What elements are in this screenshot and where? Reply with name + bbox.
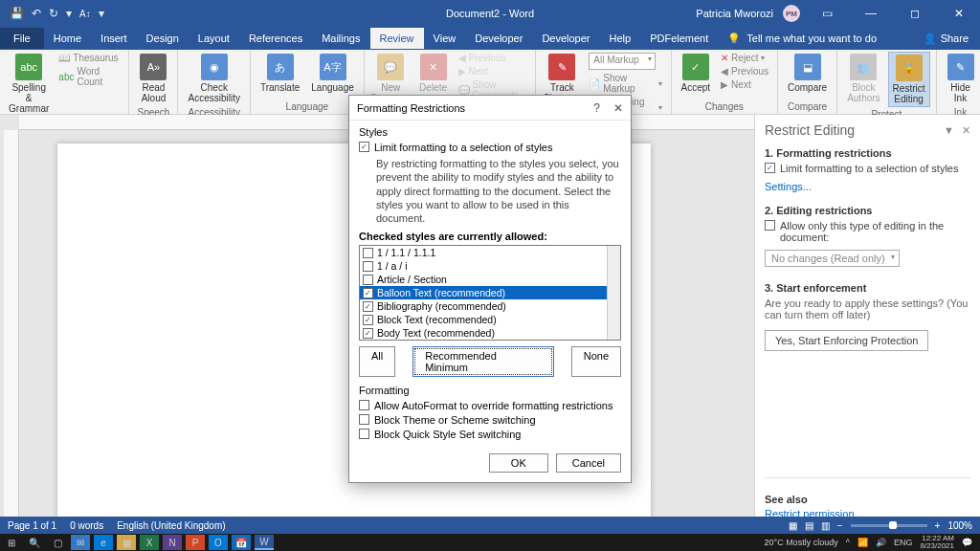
- taskbar-app[interactable]: O: [209, 535, 228, 550]
- zoom-level[interactable]: 100%: [947, 520, 972, 531]
- wordcount-button[interactable]: abcWord Count: [56, 65, 122, 88]
- redo-icon[interactable]: ↻: [49, 7, 58, 20]
- pane-close-icon[interactable]: ✕: [962, 124, 970, 137]
- tray-chevron-icon[interactable]: ^: [846, 538, 850, 547]
- maximize-icon[interactable]: ◻: [898, 0, 932, 27]
- prev-change-button[interactable]: ◀Previous: [718, 65, 771, 77]
- tray-volume-icon[interactable]: 🔊: [876, 538, 886, 547]
- style-list-item[interactable]: Body Text 2 (recommended): [360, 340, 620, 341]
- tab-developer-2[interactable]: Developer: [532, 28, 599, 49]
- taskbar-clock[interactable]: 12:22 AM8/23/2021: [920, 535, 954, 550]
- reject-button[interactable]: ✕Reject▾: [718, 52, 771, 64]
- tell-me[interactable]: 💡 Tell me what you want to do: [718, 33, 886, 45]
- tab-developer[interactable]: Developer: [465, 28, 532, 49]
- taskbar-app[interactable]: ✉: [71, 535, 90, 550]
- thesaurus-button[interactable]: 📖Thesaurus: [56, 52, 122, 64]
- minimize-icon[interactable]: —: [854, 0, 888, 27]
- page-indicator[interactable]: Page 1 of 1: [8, 520, 56, 531]
- tab-insert[interactable]: Insert: [91, 28, 137, 49]
- zoom-in-icon[interactable]: +: [935, 520, 941, 531]
- block-authors-button[interactable]: 👥Block Authors: [843, 52, 883, 105]
- web-layout-icon[interactable]: ▥: [821, 520, 830, 531]
- listbox-scrollbar[interactable]: [607, 246, 620, 340]
- tab-layout[interactable]: Layout: [189, 28, 239, 49]
- style-list-item[interactable]: Balloon Text (recommended): [360, 286, 620, 299]
- settings-link[interactable]: Settings...: [765, 181, 812, 192]
- qat-dropdown-icon[interactable]: ▾: [99, 7, 104, 20]
- ok-button[interactable]: OK: [489, 453, 548, 473]
- word-count[interactable]: 0 words: [70, 520, 103, 531]
- language-button[interactable]: A字Language: [307, 52, 358, 95]
- style-list-item[interactable]: Bibliography (recommended): [360, 299, 620, 313]
- none-button[interactable]: None: [571, 346, 621, 377]
- qat-more-icon[interactable]: ▾: [66, 7, 72, 20]
- tab-references[interactable]: References: [239, 28, 312, 49]
- user-name[interactable]: Patricia Mworozi: [696, 8, 773, 19]
- weather-widget[interactable]: 20°C Mostly cloudy: [765, 538, 838, 547]
- start-button[interactable]: ⊞: [2, 535, 21, 550]
- taskbar-word[interactable]: W: [255, 535, 274, 550]
- start-enforcing-button[interactable]: Yes, Start Enforcing Protection: [765, 330, 928, 351]
- search-icon[interactable]: 🔍: [25, 535, 44, 550]
- next-change-button[interactable]: ▶Next: [718, 78, 771, 91]
- close-icon[interactable]: ✕: [942, 0, 976, 27]
- dialog-help-icon[interactable]: ?: [593, 101, 600, 115]
- block-theme-checkbox[interactable]: Block Theme or Scheme switching: [359, 414, 621, 426]
- style-list-item[interactable]: Block Text (recommended): [360, 313, 620, 326]
- tab-help[interactable]: Help: [600, 28, 641, 49]
- read-aloud-button[interactable]: A»Read Aloud: [135, 52, 171, 105]
- delete-comment-button[interactable]: ✕Delete: [415, 52, 452, 95]
- share-button[interactable]: 👤 Share: [912, 28, 980, 50]
- check-accessibility-button[interactable]: ◉Check Accessibility: [184, 52, 243, 105]
- restrict-editing-button[interactable]: 🔒Restrict Editing: [888, 52, 930, 107]
- style-list-item[interactable]: 1 / a / i: [360, 259, 620, 273]
- print-layout-icon[interactable]: ▤: [805, 520, 813, 531]
- recommended-minimum-button[interactable]: Recommended Minimum: [412, 346, 553, 377]
- spelling-button[interactable]: abcSpelling & Grammar: [6, 52, 52, 116]
- zoom-out-icon[interactable]: −: [837, 520, 843, 531]
- read-mode-icon[interactable]: ▦: [789, 520, 797, 531]
- limit-formatting-dialog-checkbox[interactable]: Limit formatting to a selection of style…: [359, 142, 621, 153]
- tab-review[interactable]: Review: [370, 28, 424, 49]
- accept-button[interactable]: ✓Accept: [678, 52, 715, 95]
- tab-mailings[interactable]: Mailings: [312, 28, 369, 49]
- taskbar-app[interactable]: N: [163, 535, 182, 550]
- limit-formatting-checkbox[interactable]: Limit formatting to a selection of style…: [765, 163, 970, 174]
- tab-view[interactable]: View: [424, 28, 466, 49]
- dialog-close-icon[interactable]: ✕: [613, 101, 623, 115]
- taskbar-app[interactable]: e: [94, 535, 113, 550]
- styles-listbox[interactable]: 1 / 1.1 / 1.1.11 / a / iArticle / Sectio…: [359, 245, 621, 341]
- block-quickstyle-checkbox[interactable]: Block Quick Style Set switching: [359, 429, 621, 440]
- tab-design[interactable]: Design: [137, 28, 189, 49]
- style-list-item[interactable]: Article / Section: [360, 273, 620, 286]
- tab-file[interactable]: File: [0, 28, 44, 49]
- markup-dropdown[interactable]: All Markup: [586, 52, 664, 71]
- taskbar-app[interactable]: X: [140, 535, 159, 550]
- taskbar-app[interactable]: P: [186, 535, 205, 550]
- pane-dropdown-icon[interactable]: ▼: [944, 124, 954, 137]
- show-markup-button[interactable]: 📄Show Markup▾: [586, 72, 664, 95]
- allow-autoformat-checkbox[interactable]: Allow AutoFormat to override formatting …: [359, 400, 621, 411]
- taskbar-app[interactable]: ▦: [117, 535, 136, 550]
- tray-network-icon[interactable]: 📶: [858, 538, 868, 547]
- language-indicator[interactable]: English (United Kingdom): [117, 520, 225, 531]
- vertical-ruler[interactable]: [4, 130, 19, 534]
- ribbon-options-icon[interactable]: ▭: [810, 0, 844, 27]
- taskbar-app[interactable]: 📅: [232, 535, 251, 550]
- zoom-slider[interactable]: [851, 524, 927, 527]
- allow-only-checkbox[interactable]: Allow only this type of editing in the d…: [765, 220, 970, 243]
- tray-lang[interactable]: ENG: [894, 538, 913, 547]
- notifications-icon[interactable]: 💬: [962, 538, 972, 547]
- save-icon[interactable]: 💾: [10, 7, 24, 20]
- cancel-button[interactable]: Cancel: [556, 453, 621, 473]
- style-list-item[interactable]: Body Text (recommended): [360, 326, 620, 340]
- hide-ink-button[interactable]: ✎Hide Ink: [943, 52, 979, 105]
- all-button[interactable]: All: [359, 346, 395, 377]
- tab-home[interactable]: Home: [44, 28, 91, 49]
- translate-button[interactable]: あTranslate: [256, 52, 303, 95]
- tab-pdfelement[interactable]: PDFelement: [640, 28, 718, 49]
- user-avatar[interactable]: PM: [783, 5, 800, 22]
- task-view-icon[interactable]: ▢: [48, 535, 67, 550]
- style-list-item[interactable]: 1 / 1.1 / 1.1.1: [360, 246, 620, 259]
- font-icon[interactable]: A↕: [79, 9, 91, 19]
